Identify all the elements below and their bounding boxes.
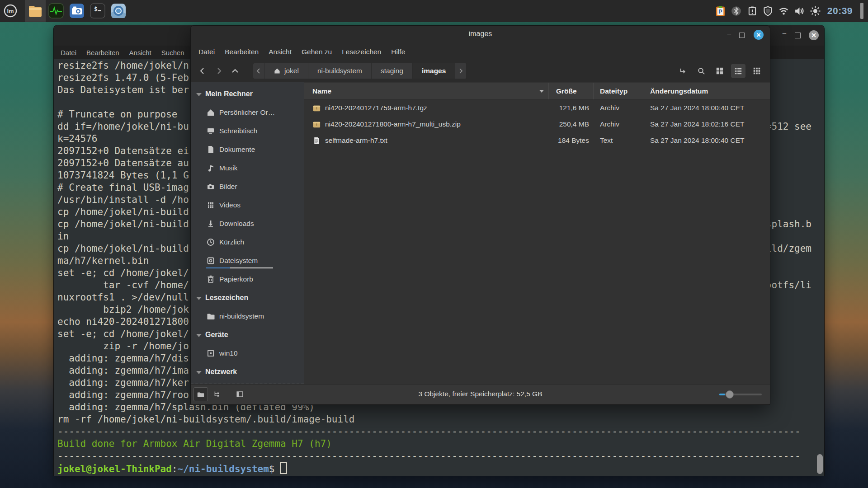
forward-button[interactable] (211, 64, 227, 78)
file-row-ni420-202401271800-arm-h7_multi_usb.zip[interactable]: ni420-202401271800-arm-h7_multi_usb.zip … (304, 116, 770, 132)
launcher-terminal[interactable]: $ (87, 0, 108, 22)
search-button[interactable] (694, 64, 708, 78)
breadcrumb-jokel[interactable]: jokel (264, 63, 308, 79)
terminal-menu-ansicht[interactable]: Ansicht (124, 49, 156, 56)
menu-ansicht[interactable]: Ansicht (264, 48, 297, 56)
tray-bluetooth[interactable] (731, 5, 742, 17)
menu-bearbeiten[interactable]: Bearbeiten (220, 48, 264, 56)
status-bar: 3 Objekte, freier Speicherplatz: 52,5 GB (191, 384, 770, 404)
desktop-icon (206, 127, 215, 136)
back-button[interactable] (194, 64, 211, 78)
breadcrumb-scroll-left[interactable] (253, 63, 264, 79)
column-header-name[interactable]: Name (304, 83, 549, 99)
tray-brightness[interactable] (810, 5, 821, 17)
terminal-menu-datei[interactable]: Datei (56, 49, 81, 56)
column-header-size[interactable]: Größe (549, 83, 594, 99)
prompt-user: jokel@jokel-ThinkPad (57, 464, 172, 474)
terminal-close-button[interactable]: ✕ (809, 30, 819, 40)
filesystem-icon (206, 256, 215, 265)
archive-icon (312, 104, 321, 113)
file-manager-window: images – ✕ DateiBearbeitenAnsichtGehen z… (190, 25, 770, 405)
breadcrumb-images[interactable]: images (413, 63, 455, 79)
file-row-ni420-202401271759-arm-h7.tgz[interactable]: ni420-202401271759-arm-h7.tgz 121,6 MBAr… (304, 100, 770, 116)
toggle-location-bar-button[interactable] (675, 64, 690, 78)
menu-button[interactable]: lm (0, 0, 21, 22)
terminal-scrollbar[interactable] (817, 454, 823, 474)
terminal-maximize-button[interactable] (795, 33, 801, 38)
file-manager-menubar: DateiBearbeitenAnsichtGehen zuLesezeiche… (193, 44, 410, 60)
menu-hilfe[interactable]: Hilfe (386, 48, 410, 56)
tray-volume[interactable] (794, 5, 806, 17)
compact-view-button[interactable] (750, 64, 764, 78)
arrow-left-icon (256, 68, 261, 74)
zoom-slider[interactable] (719, 394, 762, 395)
volume-icon (794, 5, 805, 17)
sidebar-item-win10[interactable]: win10 (191, 344, 304, 362)
svg-text:lm: lm (7, 8, 14, 14)
terminal-minimize-button[interactable]: – (783, 29, 786, 37)
zoom-slider-handle[interactable] (726, 390, 734, 399)
sidebar-item-bilder[interactable]: Bilder (191, 177, 304, 196)
chevron-up-icon (231, 67, 239, 75)
breadcrumb-staging[interactable]: staging (372, 63, 413, 79)
sidebar-item-dokumente[interactable]: Dokumente (191, 140, 304, 159)
wifi-icon (778, 5, 789, 17)
video-icon (206, 201, 215, 210)
tray-updates[interactable] (746, 5, 758, 17)
svg-text:$: $ (94, 5, 98, 12)
breadcrumb-scroll-right[interactable] (455, 63, 467, 79)
panel-edge-handle[interactable] (860, 3, 863, 19)
expander-triangle-icon (196, 334, 202, 337)
sidebar-item-downloads[interactable]: Downloads (191, 214, 304, 233)
chevron-left-icon (199, 67, 206, 75)
sidebar-section-lesezeichen[interactable]: Lesezeichen (191, 288, 304, 307)
terminal-menu-suchen[interactable]: Suchen (156, 49, 189, 56)
file-row-selfmade-arm-h7.txt[interactable]: selfmade-arm-h7.txt 184 BytesTextSa 27 J… (304, 132, 770, 149)
sidebar-item-ni-buildsystem[interactable]: ni-buildsystem (191, 307, 304, 325)
folder-icon (206, 312, 215, 321)
sidebar-item-papierkorb[interactable]: Papierkorb (191, 270, 304, 288)
menu-lesezeichen[interactable]: Lesezeichen (337, 48, 386, 56)
sidebar-item-kürzlich[interactable]: Kürzlich (191, 233, 304, 251)
download-icon (206, 219, 215, 228)
column-header-type[interactable]: Dateityp (594, 83, 644, 99)
terminal-menu-bearbeiten[interactable]: Bearbeiten (81, 49, 124, 56)
tray-firewall[interactable] (762, 5, 774, 17)
up-button[interactable] (227, 64, 243, 78)
sidebar-section-geräte[interactable]: Geräte (191, 325, 304, 344)
top-panel: lm $ P 20:39 (0, 0, 868, 22)
clock[interactable]: 20:39 (827, 5, 853, 16)
close-button[interactable]: ✕ (754, 30, 764, 40)
column-header-date[interactable]: Änderungsdatum (644, 83, 770, 99)
recent-icon (206, 238, 215, 247)
sidebar-section-mein-rechner[interactable]: Mein Rechner (191, 84, 304, 103)
firewall-shield-icon (763, 6, 773, 16)
launcher-files[interactable] (25, 0, 46, 22)
maximize-button[interactable] (739, 33, 745, 38)
sidebar-item-dateisystem[interactable]: Dateisystem (191, 251, 304, 270)
icon-view-button[interactable] (712, 64, 727, 78)
list-view-button[interactable] (731, 64, 745, 78)
launcher-web-browser[interactable] (108, 0, 129, 22)
menu-gehen-zu[interactable]: Gehen zu (297, 48, 337, 56)
window-title: images (191, 30, 770, 38)
sidebar-item-schreibtisch[interactable]: Schreibtisch (191, 122, 304, 140)
sidebar-item-videos[interactable]: Videos (191, 196, 304, 214)
tray-clipboard-manager[interactable]: P (715, 5, 726, 17)
sidebar-item-persönlicher-or…[interactable]: Persönlicher Or… (191, 103, 304, 122)
launcher-system-monitor[interactable] (46, 0, 66, 22)
sidebar-section-netzwerk[interactable]: Netzwerk (191, 362, 304, 381)
file-list[interactable]: NameGrößeDateitypÄnderungsdatum ni420-20… (304, 82, 770, 385)
terminal-cursor (280, 462, 287, 474)
prompt-path: ~/ni-buildsystem (178, 464, 269, 474)
breadcrumb-ni-buildsystem[interactable]: ni-buildsystem (308, 63, 372, 79)
sidebar-item-musik[interactable]: Musik (191, 159, 304, 177)
minimize-button[interactable]: – (727, 29, 731, 37)
terminal-line: jokel@jokel-ThinkPad:~/ni-buildsystem$ (57, 462, 824, 474)
launcher-screenshot[interactable] (66, 0, 87, 22)
tray-wifi[interactable] (778, 5, 790, 17)
menu-datei[interactable]: Datei (193, 48, 220, 56)
file-manager-titlebar[interactable]: images – ✕ (191, 26, 770, 44)
list-view-icon (734, 67, 742, 75)
updates-icon (747, 6, 757, 16)
